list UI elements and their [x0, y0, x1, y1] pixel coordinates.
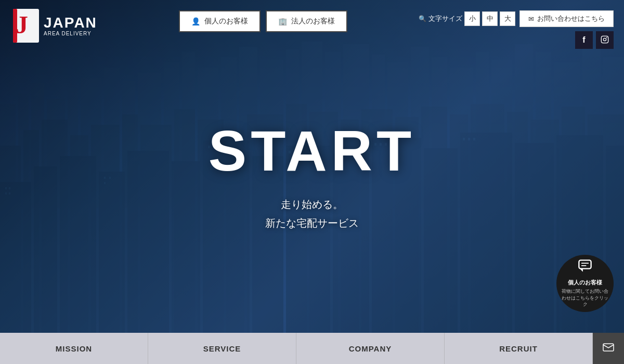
personal-button[interactable]: 👤 個人のお客様: [179, 10, 261, 32]
contact-button[interactable]: ✉ お問い合わせはこちら: [519, 10, 614, 27]
instagram-icon: [601, 35, 609, 45]
instagram-button[interactable]: [596, 31, 614, 49]
bottom-nav-items: MISSION SERVICE COMPANY RECRUIT: [0, 333, 593, 364]
hero-content: START 走り始める。 新たな宅配サービス: [209, 122, 415, 232]
floating-cta-desc: 荷物に関してお問い合わせはこちらをクリック: [562, 288, 608, 308]
facebook-button[interactable]: f: [575, 31, 593, 49]
hero-subtitle-line1: 走り始める。: [209, 195, 415, 214]
logo-icon: J: [10, 6, 42, 45]
mail-icon: ✉: [528, 15, 534, 23]
search-icon: 🔍: [419, 15, 426, 22]
svg-rect-92: [13, 9, 17, 43]
corporate-button[interactable]: 🏢 法人のお客様: [266, 10, 347, 32]
font-size-label: 🔍 文字サイズ: [419, 14, 462, 23]
bottom-nav-mail[interactable]: [593, 333, 624, 364]
header-right: 🔍 文字サイズ 小 中 大 ✉ お問い合わせはこちら f: [419, 10, 614, 49]
logo-sub: AREA DELIVERY: [44, 31, 97, 36]
hero-subtitle-line2: 新たな宅配サービス: [209, 214, 415, 232]
person-icon: 👤: [191, 17, 200, 25]
floating-cta-title: 個人のお客様: [568, 279, 602, 287]
svg-text:J: J: [16, 11, 28, 38]
svg-rect-93: [601, 36, 608, 43]
logo-area: J JAPAN AREA DELIVERY: [10, 6, 97, 45]
mail-envelope-icon: [603, 343, 614, 354]
nav-company[interactable]: COMPANY: [296, 333, 445, 364]
bottom-nav: MISSION SERVICE COMPANY RECRUIT: [0, 333, 624, 364]
font-small-button[interactable]: 小: [464, 11, 480, 26]
building-icon: 🏢: [278, 17, 287, 25]
hero-title: START: [209, 122, 415, 179]
svg-rect-99: [603, 344, 614, 351]
font-large-button[interactable]: 大: [500, 11, 515, 26]
chat-icon: [578, 259, 592, 277]
logo-text: JAPAN AREA DELIVERY: [44, 16, 97, 36]
hero-subtitle: 走り始める。 新たな宅配サービス: [209, 195, 415, 232]
facebook-icon: f: [582, 35, 585, 45]
logo-brand: JAPAN: [44, 16, 97, 30]
corporate-label: 法人のお客様: [291, 17, 335, 26]
nav-buttons: 👤 個人のお客様 🏢 法人のお客様: [179, 10, 347, 32]
nav-recruit[interactable]: RECRUIT: [445, 333, 593, 364]
svg-point-95: [606, 37, 607, 38]
nav-service[interactable]: SERVICE: [148, 333, 296, 364]
font-size-area: 🔍 文字サイズ 小 中 大: [419, 11, 515, 26]
social-row: f: [575, 31, 614, 49]
header: J JAPAN AREA DELIVERY 👤 個人のお客様 🏢 法人のお客様 …: [0, 0, 624, 49]
nav-mission[interactable]: MISSION: [0, 333, 148, 364]
svg-rect-96: [579, 260, 591, 268]
hero-section: START 走り始める。 新たな宅配サービス: [0, 0, 624, 333]
personal-label: 個人のお客様: [204, 17, 248, 26]
top-right-row: 🔍 文字サイズ 小 中 大 ✉ お問い合わせはこちら: [419, 10, 614, 27]
font-medium-button[interactable]: 中: [482, 11, 498, 26]
floating-cta[interactable]: 個人のお客様 荷物に関してお問い合わせはこちらをクリック: [556, 255, 614, 312]
svg-point-94: [603, 38, 606, 41]
